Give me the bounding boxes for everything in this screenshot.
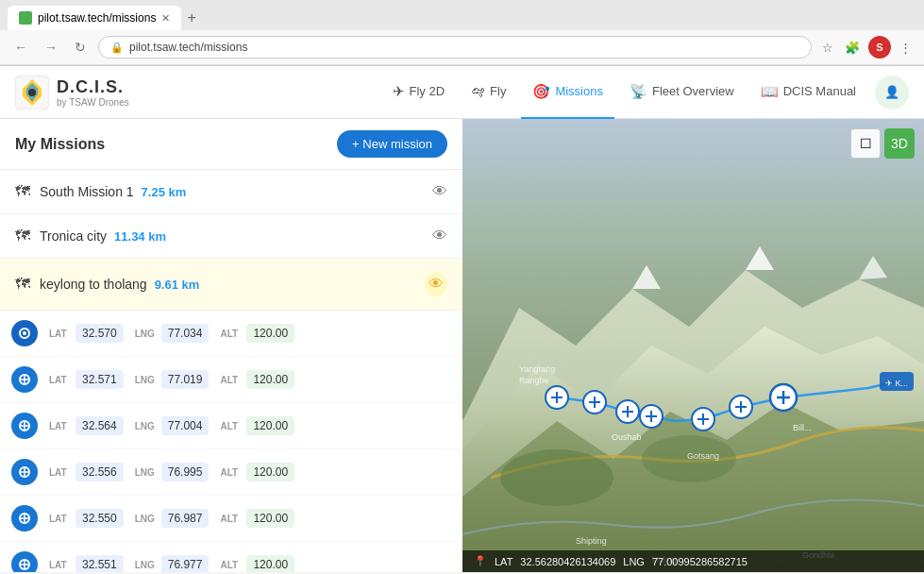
mission-name-1: Tronica city	[40, 228, 107, 244]
lng-value-5: 76.977	[161, 555, 210, 572]
app: D.C.I.S. by TSAW Drones ✈ Fly 2D 🛩 Fly 🎯…	[0, 66, 924, 572]
mission-item-tronica[interactable]: 🗺 Tronica city 11.34 km 👁	[0, 214, 462, 259]
mission-item-south1[interactable]: 🗺 South Mission 1 7.25 km 👁	[0, 170, 462, 214]
mission-item-keylong[interactable]: 🗺 keylong to tholang 9.61 km 👁	[0, 259, 462, 311]
lat-value-3: 32.556	[76, 463, 124, 481]
mission-visibility-2[interactable]: 👁	[425, 272, 447, 296]
mission-visibility-0[interactable]: 👁	[432, 183, 447, 200]
mission-name-0: South Mission 1	[40, 184, 134, 199]
waypoints-container: LAT 32.570 LNG 77.034 ALT 120.00	[0, 311, 462, 572]
map-2d-button[interactable]: ☐	[850, 128, 881, 159]
back-button[interactable]: ←	[9, 37, 32, 58]
waypoint-coord-5: LAT 32.551 LNG 76.977 ALT 120.00	[49, 555, 451, 572]
alt-label-1: ALT	[220, 375, 243, 385]
fleet-icon: 📡	[630, 83, 647, 100]
waypoint-coord-2: LAT 32.564 LNG 77.004 ALT 120.00	[49, 416, 451, 435]
waypoint-icon-5	[11, 551, 38, 572]
alt-value-5: 120.00	[246, 555, 294, 572]
coords-lat-value: 32.56280426134069	[520, 556, 615, 567]
waypoint-coord-3: LAT 32.556 LNG 76.995 ALT 120.00	[49, 463, 451, 481]
coords-lng-label: LNG	[623, 556, 645, 567]
url-bar[interactable]: 🔒 pilot.tsaw.tech/missions	[98, 36, 812, 59]
missions-list[interactable]: 🗺 South Mission 1 7.25 km 👁 🗺 Tronica ci…	[0, 170, 462, 572]
mission-distance-1: 11.34 km	[114, 229, 166, 244]
browser-chrome: pilot.tsaw.tech/missions ✕ + ← → ↻ 🔒 pil…	[0, 0, 924, 66]
coords-lng-value: 77.00995286582715	[652, 556, 748, 567]
app-header: D.C.I.S. by TSAW Drones ✈ Fly 2D 🛩 Fly 🎯…	[0, 66, 924, 119]
lng-label-3: LNG	[135, 467, 158, 478]
mission-visibility-1[interactable]: 👁	[432, 228, 447, 245]
waypoint-icon-0	[11, 320, 38, 346]
tab-title: pilot.tsaw.tech/missions	[38, 11, 156, 25]
nav-missions-label: Missions	[555, 84, 603, 98]
browser-user-avatar[interactable]: S	[868, 36, 891, 59]
lat-label-1: LAT	[49, 375, 72, 385]
svg-point-5	[23, 331, 26, 335]
lng-value-4: 76.987	[161, 509, 210, 528]
waypoint-row-5: LAT 32.551 LNG 76.977 ALT 120.00	[0, 542, 462, 572]
user-icon: 👤	[884, 85, 899, 99]
waypoint-icon-4	[11, 505, 38, 532]
menu-btn[interactable]: ⋮	[897, 38, 915, 58]
tab-close-btn[interactable]: ✕	[161, 12, 170, 25]
lng-label-2: LNG	[135, 421, 158, 431]
svg-point-3	[28, 89, 36, 96]
nav-fleet-label: Fleet Overview	[652, 84, 734, 98]
waypoint-row-1: LAT 32.571 LNG 77.019 ALT 120.00	[0, 357, 462, 403]
svg-point-31	[500, 449, 613, 506]
nav-missions[interactable]: 🎯 Missions	[521, 66, 614, 119]
lat-value-2: 32.564	[76, 416, 124, 435]
panel-title: My Missions	[15, 136, 105, 153]
browser-tabs: pilot.tsaw.tech/missions ✕ +	[0, 0, 924, 30]
svg-text:Gotsang: Gotsang	[687, 451, 719, 461]
missions-icon: 🎯	[532, 83, 550, 100]
left-panel: My Missions + New mission 🗺 South Missio…	[0, 119, 462, 572]
user-button[interactable]: 👤	[875, 76, 909, 110]
nav-manual[interactable]: 📖 DCIS Manual	[749, 66, 867, 119]
nav-fly[interactable]: 🛩 Fly	[460, 66, 517, 119]
forward-button[interactable]: →	[40, 37, 62, 58]
map-controls: ☐ 3D	[850, 128, 915, 159]
lng-label-1: LNG	[135, 375, 158, 385]
svg-text:Bill...: Bill...	[793, 423, 812, 432]
nav-fleet[interactable]: 📡 Fleet Overview	[618, 66, 746, 119]
waypoint-icon-3	[11, 459, 38, 485]
reload-button[interactable]: ↻	[70, 37, 91, 58]
manual-icon: 📖	[761, 83, 779, 100]
active-browser-tab[interactable]: pilot.tsaw.tech/missions ✕	[8, 6, 181, 30]
logo-title: D.C.I.S.	[57, 77, 129, 97]
map-3d-button[interactable]: 3D	[884, 128, 915, 159]
lat-label-5: LAT	[49, 560, 72, 570]
tab-favicon	[19, 11, 32, 25]
map-terrain-svg: Yangrang Rangbe Oushab Gotsang Bill... S…	[462, 119, 924, 572]
mission-distance-0: 7.25 km	[142, 185, 187, 199]
waypoint-coord-4: LAT 32.550 LNG 76.987 ALT 120.00	[49, 509, 451, 528]
mission-map-icon-0: 🗺	[15, 183, 30, 200]
new-tab-button[interactable]: +	[181, 8, 201, 28]
waypoint-row-0: LAT 32.570 LNG 77.034 ALT 120.00	[0, 311, 462, 357]
main-content: My Missions + New mission 🗺 South Missio…	[0, 119, 924, 572]
waypoint-coord-1: LAT 32.571 LNG 77.019 ALT 120.00	[49, 370, 451, 389]
lng-value-2: 77.004	[161, 416, 210, 435]
lat-label-0: LAT	[49, 329, 72, 339]
nav-fly2d[interactable]: ✈ Fly 2D	[381, 66, 457, 119]
lat-value-5: 32.551	[76, 555, 124, 572]
svg-text:Yangrang: Yangrang	[519, 364, 555, 374]
panel-header: My Missions + New mission	[0, 119, 462, 170]
alt-label-2: ALT	[220, 421, 243, 431]
lat-value-4: 32.550	[76, 509, 124, 528]
browser-toolbar: ← → ↻ 🔒 pilot.tsaw.tech/missions ☆ 🧩 S ⋮	[0, 30, 924, 65]
extension-btn[interactable]: 🧩	[842, 38, 863, 58]
lng-value-3: 76.995	[161, 463, 210, 481]
mission-map-icon-2: 🗺	[15, 276, 30, 293]
coords-lat-label: LAT	[495, 556, 512, 567]
url-lock-icon: 🔒	[110, 42, 124, 54]
map-panel[interactable]: Yangrang Rangbe Oushab Gotsang Bill... S…	[462, 119, 924, 572]
mission-distance-2: 9.61 km	[155, 278, 200, 292]
logo-text: D.C.I.S. by TSAW Drones	[57, 77, 129, 108]
new-mission-button[interactable]: + New mission	[337, 130, 447, 158]
bookmark-btn[interactable]: ☆	[819, 38, 836, 58]
mission-name-2: keylong to tholang	[40, 277, 147, 292]
map-background: Yangrang Rangbe Oushab Gotsang Bill... S…	[462, 119, 924, 572]
svg-text:Oushab: Oushab	[612, 432, 642, 442]
